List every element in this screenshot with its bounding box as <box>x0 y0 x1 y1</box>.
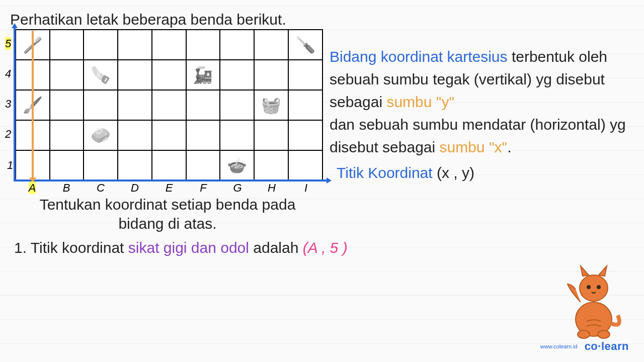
explanation-block: Bidang koordinat kartesius terbentuk ole… <box>330 45 639 184</box>
cell-B4 <box>50 60 84 90</box>
highlight-column-arrow <box>32 31 34 178</box>
answer-number: 1. <box>14 239 31 256</box>
term-sumbu-x: sumbu "x" <box>440 139 508 155</box>
answer-line-1: 1. Titik koordinat sikat gigi dan odol a… <box>14 239 348 256</box>
cell-B2 <box>50 120 84 150</box>
ylabel-3: 3 <box>5 98 11 111</box>
cell-F5 <box>186 30 220 60</box>
cell-E2 <box>152 120 186 150</box>
cell-F2 <box>186 120 220 150</box>
xlabel-I: I <box>289 182 323 195</box>
cell-B1 <box>50 150 84 180</box>
towel-icon: 🧺 <box>261 96 281 115</box>
cell-I2 <box>288 120 323 150</box>
cell-H4 <box>254 60 288 90</box>
xlabel-B: B <box>49 182 84 195</box>
mascot-cat-icon <box>558 259 629 339</box>
term-titik-koordinat: Titik Koordinat <box>337 164 433 181</box>
cell-D3 <box>118 90 152 120</box>
soap-icon: 🧼 <box>91 126 111 145</box>
cell-B3 <box>50 90 84 120</box>
xlabel-H: H <box>255 182 289 195</box>
coordinate-grid: 🪥 🪛 🪚 🚂 🖌 <box>15 29 323 180</box>
cell-G3 <box>220 90 254 120</box>
grid-row-3: 🖌️ 🧺 <box>16 90 323 120</box>
cell-G2 <box>220 120 254 150</box>
cell-I3 <box>288 90 323 120</box>
cell-D2 <box>118 120 152 150</box>
y-axis <box>14 28 16 182</box>
xlabel-F: F <box>186 182 220 195</box>
footer-brand: www.colearn.id co·learn <box>540 340 629 353</box>
svg-point-4 <box>587 285 591 289</box>
train-icon: 🚂 <box>193 65 213 84</box>
cell-C4: 🪚 <box>84 60 118 90</box>
cell-E3 <box>152 90 186 120</box>
grid-row-5: 🪥 🪛 <box>16 30 323 60</box>
cell-F4: 🚂 <box>186 60 220 90</box>
footer-url: www.colearn.id <box>540 343 578 349</box>
xlabel-G: G <box>220 182 255 195</box>
answer-value: (A , 5 ) <box>303 239 348 256</box>
svg-point-3 <box>598 330 610 338</box>
cell-H5 <box>254 30 288 60</box>
question-prompt: Tentukan koordinat setiap benda pada bid… <box>19 195 316 233</box>
xlabel-A: A <box>15 182 49 195</box>
screwdriver-icon: 🪛 <box>295 35 315 54</box>
answer-item: sikat gigi dan odol <box>128 239 249 256</box>
cell-H3: 🧺 <box>254 90 288 120</box>
answer-pre: Titik koordinat <box>31 239 128 256</box>
cell-I4 <box>288 60 323 90</box>
cell-I1 <box>288 150 323 180</box>
cell-C1 <box>84 150 118 180</box>
ylabel-1: 1 <box>7 159 13 172</box>
svg-point-2 <box>578 330 590 338</box>
term-kartesius: Bidang koordinat kartesius <box>330 48 508 65</box>
pot-icon: 🍲 <box>227 156 247 175</box>
cell-D4 <box>118 60 152 90</box>
cell-G4 <box>220 60 254 90</box>
cell-G5 <box>220 30 254 60</box>
ylabel-2: 2 <box>5 128 11 141</box>
cell-C5 <box>84 30 118 60</box>
page-title: Perhatikan letak beberapa benda berikut. <box>10 11 286 28</box>
grid-row-1: 🍲 <box>16 150 323 180</box>
ylabel-4: 4 <box>5 67 11 80</box>
cell-C2: 🧼 <box>84 120 118 150</box>
cell-F3 <box>186 90 220 120</box>
coord-format: (x , y) <box>433 164 474 181</box>
cell-E4 <box>152 60 186 90</box>
svg-point-5 <box>597 285 601 289</box>
cell-E5 <box>152 30 186 60</box>
grid-row-2: 🧼 <box>16 120 323 150</box>
brand-logo-text: co·learn <box>585 340 629 352</box>
xlabel-C: C <box>84 182 118 195</box>
cell-H1 <box>254 150 288 180</box>
answer-mid: adalah <box>249 239 303 256</box>
cell-B5 <box>50 30 84 60</box>
cell-C3 <box>84 90 118 120</box>
grid-table: 🪥 🪛 🪚 🚂 🖌 <box>15 29 323 181</box>
cell-G1: 🍲 <box>220 150 254 180</box>
ylabel-5: 5 <box>5 37 11 50</box>
term-sumbu-y: sumbu "y" <box>386 94 454 110</box>
cell-H2 <box>254 120 288 150</box>
cell-I5: 🪛 <box>288 30 323 60</box>
svg-point-1 <box>580 275 608 301</box>
xlabel-D: D <box>118 182 152 195</box>
cell-D1 <box>118 150 152 180</box>
saw-icon: 🪚 <box>91 65 111 84</box>
grid-row-4: 🪚 🚂 <box>16 60 323 90</box>
xlabel-E: E <box>152 182 186 195</box>
cell-D5 <box>118 30 152 60</box>
cell-E1 <box>152 150 186 180</box>
explain-text-2c: . <box>507 139 511 155</box>
cell-F1 <box>186 150 220 180</box>
